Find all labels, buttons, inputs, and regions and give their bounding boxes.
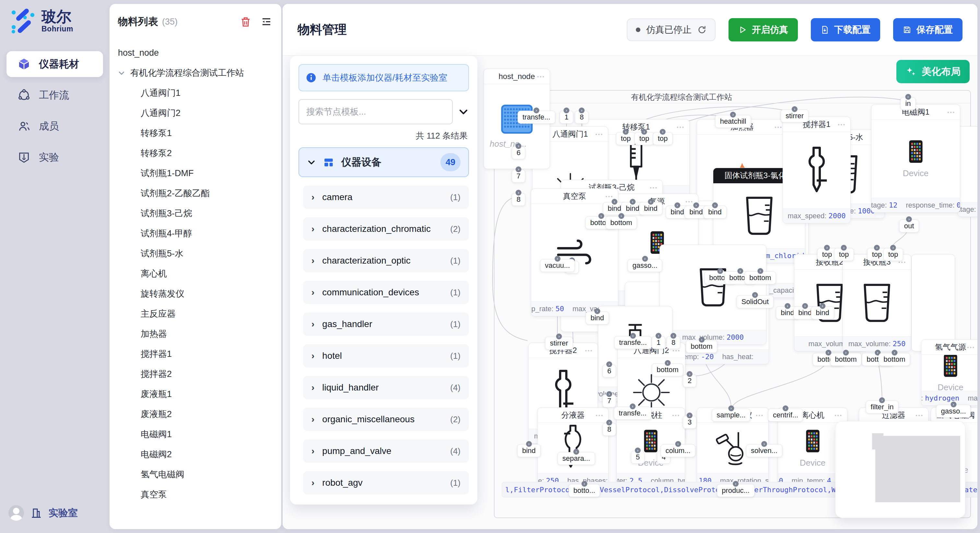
port-pill-bind[interactable]: bind: [585, 311, 609, 324]
node-menu-icon[interactable]: •••: [835, 412, 843, 418]
tree-item[interactable]: 真空泵: [110, 484, 281, 504]
simulation-status[interactable]: 仿真已停止: [627, 19, 716, 41]
port-pill-produc...[interactable]: produc...: [717, 484, 754, 497]
tree-item[interactable]: 试剂瓶3-己烷: [110, 203, 281, 224]
port-pill-heatchill[interactable]: heatchill: [715, 115, 751, 128]
template-category-hotel[interactable]: ›hotel(1): [303, 344, 469, 368]
template-category-communication_devices[interactable]: ›communication_devices(1): [303, 281, 469, 304]
port-pill-in[interactable]: in: [900, 97, 915, 110]
tree-item[interactable]: 废液瓶1: [110, 384, 281, 404]
tree-item[interactable]: 搅拌器2: [110, 364, 281, 384]
search-template-input[interactable]: [299, 99, 453, 124]
tree-item[interactable]: 试剂瓶4-甲醇: [110, 224, 281, 244]
port-pill-bind[interactable]: bind: [639, 202, 662, 215]
port-pill-filter_in[interactable]: filter_in: [866, 401, 899, 414]
tree-item[interactable]: 转移泵1: [110, 123, 281, 143]
collapse-panel-chevron-icon[interactable]: [458, 106, 469, 117]
sidebar-item-成员[interactable]: 成员: [6, 113, 103, 139]
port-pill-bottom[interactable]: bottom: [878, 353, 910, 366]
port-pill-7[interactable]: 7: [603, 394, 616, 408]
tree-item[interactable]: 试剂瓶5-水: [110, 244, 281, 263]
tree-item-host-node[interactable]: host_node: [110, 43, 281, 63]
sidebar-item-仪器耗材[interactable]: 仪器耗材: [6, 51, 103, 77]
port-pill-gasso...[interactable]: gasso...: [936, 405, 970, 418]
port-pill-3[interactable]: 3: [683, 416, 697, 429]
port-pill-SolidOut[interactable]: SolidOut: [737, 295, 773, 308]
node-menu-icon[interactable]: •••: [967, 344, 975, 350]
save-config-button[interactable]: 保存配置: [893, 18, 963, 41]
avatar[interactable]: [8, 505, 24, 521]
tree-item[interactable]: 八通阀门1: [110, 83, 281, 103]
node-card[interactable]: [911, 254, 955, 351]
template-category-characterization_optic[interactable]: ›characterization_optic(1): [303, 249, 469, 272]
port-pill-bind[interactable]: bind: [517, 444, 541, 457]
port-pill-transfe...[interactable]: transfe...: [517, 111, 555, 124]
delete-all-icon[interactable]: [240, 16, 251, 28]
node-card-氢气气源[interactable]: 氢气气源•••Device_type: hydrogenmax_pre:: [921, 339, 977, 406]
port-pill-8[interactable]: 8: [603, 423, 616, 436]
tree-item[interactable]: 八通阀门2: [110, 103, 281, 123]
template-category-pump_and_valve[interactable]: ›pump_and_valve(4): [303, 439, 469, 463]
node-menu-icon[interactable]: •••: [605, 194, 614, 199]
port-pill-botto...[interactable]: botto...: [568, 484, 600, 497]
sidebar-item-工作流[interactable]: 工作流: [6, 82, 103, 108]
port-pill-bottom[interactable]: bottom: [605, 216, 637, 229]
node-menu-icon[interactable]: •••: [596, 412, 604, 418]
node-menu-icon[interactable]: •••: [756, 412, 764, 418]
port-pill-bottom[interactable]: bottom: [686, 340, 717, 353]
node-card[interactable]: voltage: 12: [958, 126, 977, 217]
port-pill-out[interactable]: out: [899, 219, 919, 233]
node-menu-icon[interactable]: •••: [537, 74, 545, 79]
category-instrument-devices[interactable]: 仪器设备 49: [299, 148, 469, 177]
port-pill-7[interactable]: 7: [512, 170, 525, 182]
node-menu-icon[interactable]: •••: [775, 124, 783, 130]
tree-item[interactable]: 加热器: [110, 324, 281, 344]
node-menu-icon[interactable]: •••: [672, 412, 680, 418]
port-pill-transfe...[interactable]: transfe...: [614, 336, 652, 349]
port-pill-top[interactable]: top: [653, 132, 673, 145]
port-pill-5[interactable]: 5: [631, 451, 644, 464]
port-pill-separa...[interactable]: separa...: [557, 452, 595, 465]
port-pill-bind[interactable]: bind: [811, 306, 834, 319]
tree-item[interactable]: 氢气电磁阀: [110, 464, 281, 484]
port-pill-colum...[interactable]: colum...: [660, 444, 695, 457]
port-pill-2[interactable]: 2: [683, 374, 697, 387]
port-pill-1[interactable]: 1: [652, 336, 665, 349]
port-pill-transfe...[interactable]: transfe...: [614, 407, 651, 420]
tree-item[interactable]: 旋转蒸发仪: [110, 284, 281, 304]
port-pill-top[interactable]: top: [616, 132, 636, 145]
node-card[interactable]: max_volume: 2000: [660, 244, 767, 345]
node-menu-icon[interactable]: •••: [595, 132, 603, 137]
port-pill-8[interactable]: 8: [512, 193, 525, 206]
node-menu-icon[interactable]: •••: [838, 122, 846, 127]
port-pill-bottom[interactable]: bottom: [652, 363, 683, 376]
start-simulation-button[interactable]: 开启仿真: [729, 18, 798, 41]
port-pill-bottom[interactable]: bottom: [830, 353, 861, 366]
port-pill-1[interactable]: 1: [560, 111, 573, 124]
tree-item[interactable]: 主反应器: [110, 304, 281, 324]
download-config-button[interactable]: 下载配置: [811, 18, 880, 41]
template-category-gas_handler[interactable]: ›gas_handler(1): [303, 313, 469, 336]
port-pill-top[interactable]: top: [834, 248, 854, 261]
tree-item[interactable]: 转移泵2: [110, 143, 281, 163]
refresh-icon[interactable]: [697, 25, 706, 34]
node-menu-icon[interactable]: •••: [585, 348, 593, 353]
node-card-电磁阀1[interactable]: 电磁阀1•••Devicevoltage: 12response_time: 0…: [871, 104, 960, 213]
node-menu-icon[interactable]: •••: [677, 124, 685, 130]
node-menu-icon[interactable]: •••: [686, 199, 694, 204]
port-pill-top[interactable]: top: [635, 132, 654, 145]
port-pill-6[interactable]: 6: [512, 146, 525, 159]
template-category-camera[interactable]: ›camera(1): [303, 186, 469, 209]
port-pill-6[interactable]: 6: [603, 365, 616, 378]
port-pill-top[interactable]: top: [883, 248, 903, 261]
tree-group-workstation[interactable]: 有机化学流程综合测试工作站: [110, 63, 281, 83]
port-pill-gasso...[interactable]: gasso...: [627, 259, 662, 272]
port-pill-solven...[interactable]: solven...: [746, 444, 782, 457]
tree-item[interactable]: 离心机: [110, 263, 281, 284]
sidebar-item-实验[interactable]: 实验: [6, 144, 103, 170]
tree-item[interactable]: 电磁阀1: [110, 424, 281, 444]
port-pill-8[interactable]: 8: [667, 336, 680, 349]
port-pill-centrif...[interactable]: centrif...: [768, 409, 803, 422]
tree-item[interactable]: 电磁阀2: [110, 444, 281, 464]
node-card-分液器[interactable]: 分液器•••volume: 250has_phases: true: [537, 408, 609, 488]
